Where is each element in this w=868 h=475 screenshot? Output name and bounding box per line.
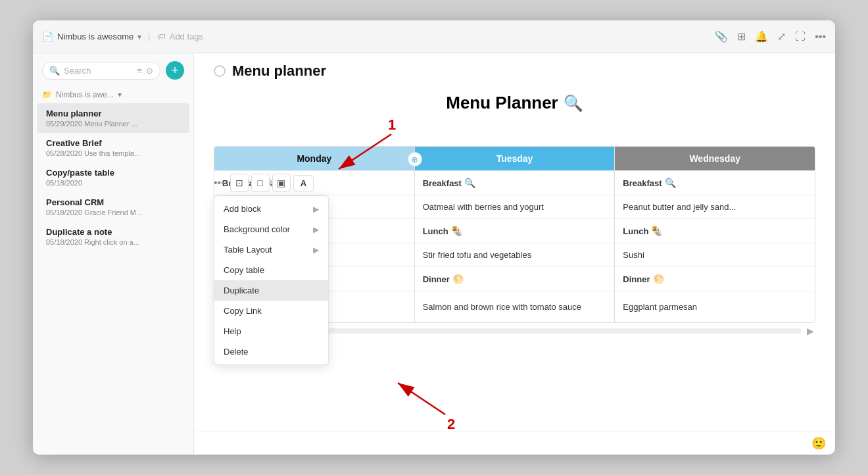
doc-title: Menu Planner 🔍 bbox=[214, 93, 815, 113]
svg-text:2: 2 bbox=[447, 416, 455, 432]
context-menu-label: Background color bbox=[224, 224, 290, 234]
smiley-icon[interactable]: 🙂 bbox=[811, 436, 826, 451]
add-tags-label[interactable]: Add tags bbox=[170, 32, 203, 41]
submenu-arrow-icon: ▶ bbox=[313, 225, 319, 234]
table-cell: Breakfast 🔍 bbox=[415, 170, 615, 195]
cell-category-text: Breakfast bbox=[423, 178, 462, 188]
cell-text: Salmon and brown rice with tomato sauce bbox=[423, 302, 581, 312]
monday-expand-button[interactable]: ⊕ bbox=[408, 152, 422, 166]
cell-category-icon: 🌯 bbox=[651, 226, 662, 236]
context-menu-label: Duplicate bbox=[224, 286, 259, 295]
cell-category-icon: 🔍 bbox=[665, 178, 676, 188]
page-title-row: Menu planner bbox=[214, 63, 815, 80]
cell-text: Stir fried tofu and vegetables bbox=[423, 250, 532, 260]
cell-category-icon: 🌯 bbox=[451, 226, 462, 236]
table-header-wednesday: Wednesday bbox=[615, 147, 815, 170]
table-cell: Lunch 🌯 bbox=[615, 218, 815, 243]
top-bar: 📄 Nimbus is awesome ▾ | 🏷 Add tags 📎 ⊞ 🔔… bbox=[33, 20, 835, 53]
expand-icon[interactable]: ⛶ bbox=[795, 31, 806, 43]
add-button[interactable]: + bbox=[166, 61, 184, 80]
context-menu-label: Delete bbox=[224, 347, 249, 357]
sidebar-item-menu-planner[interactable]: Menu planner 05/29/2020 Menu Planner ... bbox=[37, 103, 189, 133]
table-cell: Dinner 🌕 bbox=[415, 266, 615, 291]
cell-text: Sushi bbox=[623, 250, 644, 260]
table-col-tuesday: Tuesday Breakfast 🔍 Oatmeal with berries… bbox=[415, 147, 615, 322]
cell-category-icon: 🔍 bbox=[464, 178, 475, 188]
block-icon-left[interactable]: ⊡ bbox=[230, 174, 249, 192]
search-box[interactable]: 🔍 Search ≡ ⊙ bbox=[42, 62, 160, 80]
bottom-bar: 🙂 bbox=[194, 432, 835, 455]
cell-category-text: Dinner bbox=[623, 274, 650, 284]
context-menu-item-table-layout[interactable]: Table Layout ▶ bbox=[214, 239, 328, 260]
sidebar-item-duplicate-note[interactable]: Duplicate a note 05/18/2020 Right click … bbox=[37, 222, 189, 251]
table-header-tuesday: Tuesday bbox=[415, 147, 615, 170]
grid-view-icon[interactable]: ⊞ bbox=[737, 30, 746, 43]
page-status-dot bbox=[214, 65, 226, 77]
context-menu-label: Add block bbox=[224, 204, 261, 214]
context-menu-label: Table Layout bbox=[224, 245, 272, 255]
search-icon: 🔍 bbox=[49, 66, 60, 76]
cell-text: Oatmeal with berries and yogurt bbox=[423, 202, 544, 212]
table-cell: Dinner 🌕 bbox=[615, 266, 815, 291]
sidebar-item-copy-paste-table[interactable]: Copy/paste table 05/18/2020 bbox=[37, 162, 189, 192]
table-cell: Salmon and brown rice with tomato sauce bbox=[415, 291, 615, 322]
context-menu-item-copy-table[interactable]: Copy table bbox=[214, 260, 328, 280]
block-icon-right[interactable]: ▣ bbox=[272, 174, 291, 192]
table-cell: Lunch 🌯 bbox=[415, 218, 615, 243]
breadcrumb-text[interactable]: Nimbus is awesome bbox=[57, 32, 133, 41]
table-col-wednesday: Wednesday Breakfast 🔍 Peanut butter and … bbox=[615, 147, 815, 322]
share-icon[interactable]: ⤢ bbox=[777, 30, 786, 43]
bell-icon[interactable]: 🔔 bbox=[755, 30, 768, 43]
cell-category-text: Lunch bbox=[423, 226, 448, 236]
cell-category-text: Dinner bbox=[423, 274, 450, 284]
breadcrumb-dropdown-icon[interactable]: ▾ bbox=[137, 32, 141, 41]
cell-category-icon: 🌕 bbox=[452, 274, 464, 284]
svg-line-4 bbox=[398, 383, 445, 414]
context-menu-item-background-color[interactable]: Background color ▶ bbox=[214, 219, 328, 239]
context-menu-item-delete[interactable]: Delete bbox=[214, 341, 328, 362]
context-menu-label: Copy Link bbox=[224, 306, 262, 316]
table-cell: Eggplant parmesan bbox=[615, 291, 815, 322]
section-dropdown-icon[interactable]: ▾ bbox=[118, 90, 122, 99]
folder-icon: 📁 bbox=[42, 90, 52, 99]
block-icon-mid[interactable]: □ bbox=[251, 174, 270, 192]
scroll-right-icon[interactable]: ▶ bbox=[807, 326, 814, 336]
sidebar-item-title: Duplicate a note bbox=[46, 227, 180, 237]
more-icon[interactable]: ••• bbox=[815, 31, 826, 43]
block-type-label: A bbox=[293, 175, 314, 191]
block-handle-icon[interactable]: ••• bbox=[214, 177, 225, 189]
doc-title-text: Menu Planner bbox=[446, 93, 558, 113]
filter-icon[interactable]: ≡ bbox=[137, 66, 142, 76]
sidebar-search-row: 🔍 Search ≡ ⊙ + bbox=[33, 61, 193, 86]
context-menu-label: Copy table bbox=[224, 265, 264, 275]
sidebar-section-label-text[interactable]: Nimbus is awe... bbox=[56, 90, 114, 99]
cell-category-text: Lunch bbox=[623, 226, 648, 236]
cell-category-text: Breakfast bbox=[623, 178, 662, 188]
cell-category-icon: 🌕 bbox=[653, 274, 664, 284]
top-actions: 📎 ⊞ 🔔 ⤢ ⛶ ••• bbox=[715, 30, 826, 43]
page-title: Menu planner bbox=[232, 63, 326, 80]
sidebar: 🔍 Search ≡ ⊙ + 📁 Nimbus is awe... ▾ Menu… bbox=[33, 53, 194, 455]
cell-text: Eggplant parmesan bbox=[623, 302, 697, 312]
attachment-icon[interactable]: 📎 bbox=[715, 30, 728, 43]
submenu-arrow-icon: ▶ bbox=[313, 205, 319, 214]
sidebar-item-creative-brief[interactable]: Creative Brief 05/28/2020 Use this templ… bbox=[37, 133, 189, 162]
search-placeholder: Search bbox=[64, 66, 91, 76]
table-header-monday: Monday bbox=[214, 147, 414, 170]
sidebar-item-sub: 05/18/2020 Right click on a... bbox=[46, 238, 180, 246]
content-header: Menu planner bbox=[194, 53, 835, 80]
context-menu-item-add-block[interactable]: Add block ▶ bbox=[214, 199, 328, 219]
sidebar-item-sub: 05/18/2020 bbox=[46, 179, 180, 187]
context-menu-item-duplicate[interactable]: Duplicate bbox=[214, 280, 328, 301]
search-lens-icon[interactable]: ⊙ bbox=[146, 66, 153, 76]
doc-title-emoji: 🔍 bbox=[564, 94, 583, 113]
context-menu-item-copy-link[interactable]: Copy Link bbox=[214, 301, 328, 321]
content-area: Menu planner Menu Planner 🔍 ••• ⊡ □ ▣ bbox=[194, 53, 835, 455]
context-menu-item-help[interactable]: Help bbox=[214, 321, 328, 341]
sidebar-item-sub: 05/18/2020 Gracie Friend M... bbox=[46, 209, 180, 216]
sidebar-item-sub: 05/28/2020 Use this templa... bbox=[46, 149, 180, 157]
content-body: Menu Planner 🔍 ••• ⊡ □ ▣ A bbox=[194, 80, 835, 432]
sidebar-item-personal-crm[interactable]: Personal CRM 05/18/2020 Gracie Friend M.… bbox=[37, 192, 189, 222]
table-cell: Oatmeal with berries and yogurt bbox=[415, 195, 615, 218]
sidebar-item-title: Menu planner bbox=[46, 109, 180, 118]
